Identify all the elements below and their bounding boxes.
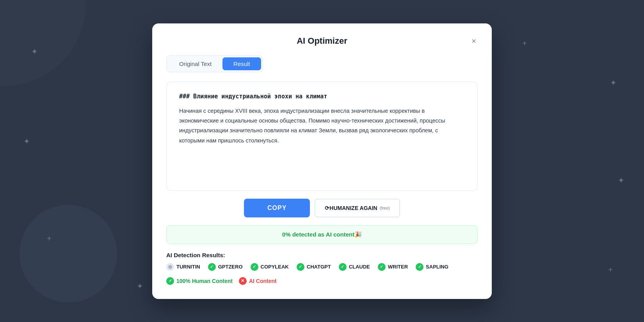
copyleak-label: COPYLEAK <box>261 264 289 270</box>
copy-button[interactable]: COPY <box>244 199 310 217</box>
tab-original[interactable]: Original Text <box>168 57 222 70</box>
claude-icon: ✓ <box>339 263 347 271</box>
detection-banner: 0% detected as AI content🎉 <box>166 225 478 244</box>
content-area: ### Влияние индустриальной эпохи на клим… <box>166 82 478 191</box>
copyleak-icon: ✓ <box>251 263 258 271</box>
detection-results-label: AI Detection Results: <box>166 252 478 258</box>
turnitin-icon: ◎ <box>166 263 174 271</box>
detection-items: ◎ TURNITIN ✓ GPTZERO ✓ COPYLEAK ✓ CHATGP… <box>166 263 478 271</box>
humanize-label: ⟳HUMANIZE AGAIN <box>325 205 377 211</box>
writer-label: WRITER <box>388 264 408 270</box>
humanize-free-label: (free) <box>380 206 390 210</box>
detection-item-writer: ✓ WRITER <box>378 263 408 271</box>
gptzero-label: GPTZERO <box>218 264 243 270</box>
gptzero-icon: ✓ <box>208 263 216 271</box>
detection-item-gptzero: ✓ GPTZERO <box>208 263 243 271</box>
plus-decoration-3: + <box>47 234 52 243</box>
detection-item-sapling: ✓ SAPLING <box>416 263 448 271</box>
turnitin-label: TURNITIN <box>176 264 200 270</box>
modal-header: AI Optimizer × <box>166 36 478 46</box>
ai-cross-icon: ✕ <box>239 277 247 285</box>
detection-item-chatgpt: ✓ CHATGPT <box>297 263 331 271</box>
human-content-label: ✓ 100% Human Content <box>166 277 233 285</box>
close-button[interactable]: × <box>470 36 478 46</box>
action-buttons: COPY ⟳HUMANIZE AGAIN(free) <box>166 199 478 217</box>
content-body: Начиная с середины XVIII века, эпоха инд… <box>179 106 465 146</box>
detection-banner-text: 0% detected as AI content🎉 <box>282 231 362 238</box>
sapling-icon: ✓ <box>416 263 423 271</box>
tab-result[interactable]: Result <box>222 57 261 70</box>
detection-results-section: AI Detection Results: ◎ TURNITIN ✓ GPTZE… <box>166 252 478 271</box>
human-check-icon: ✓ <box>166 277 174 285</box>
content-labels: ✓ 100% Human Content ✕ AI Content <box>166 277 478 285</box>
chatgpt-icon: ✓ <box>297 263 304 271</box>
plus-decoration-6: + <box>608 265 613 274</box>
humanize-button[interactable]: ⟳HUMANIZE AGAIN(free) <box>315 199 400 217</box>
detection-item-turnitin: ◎ TURNITIN <box>166 263 200 271</box>
bg-shape-1 <box>0 0 86 86</box>
modal: AI Optimizer × Original Text Result ### … <box>152 23 492 299</box>
content-heading: ### Влияние индустриальной эпохи на клим… <box>179 93 465 100</box>
detection-item-copyleak: ✓ COPYLEAK <box>251 263 289 271</box>
plus-decoration-4: ✦ <box>610 78 617 87</box>
tabs-container: Original Text Result <box>166 55 263 72</box>
plus-decoration-5: ✦ <box>618 176 624 185</box>
modal-title: AI Optimizer <box>297 36 347 46</box>
plus-decoration: ✦ <box>31 47 38 56</box>
bg-shape-2 <box>20 205 117 302</box>
sapling-label: SAPLING <box>426 264 448 270</box>
modal-overlay: AI Optimizer × Original Text Result ### … <box>152 23 492 299</box>
plus-decoration-8: ✦ <box>137 281 143 291</box>
human-content-text: 100% Human Content <box>176 278 233 284</box>
plus-decoration-2: ✦ <box>23 137 30 146</box>
ai-content-label: ✕ AI Content <box>239 277 277 285</box>
writer-icon: ✓ <box>378 263 386 271</box>
ai-content-text: AI Content <box>249 278 277 284</box>
plus-decoration-7: + <box>522 39 527 48</box>
chatgpt-label: CHATGPT <box>307 264 331 270</box>
claude-label: CLAUDE <box>349 264 370 270</box>
detection-item-claude: ✓ CLAUDE <box>339 263 370 271</box>
